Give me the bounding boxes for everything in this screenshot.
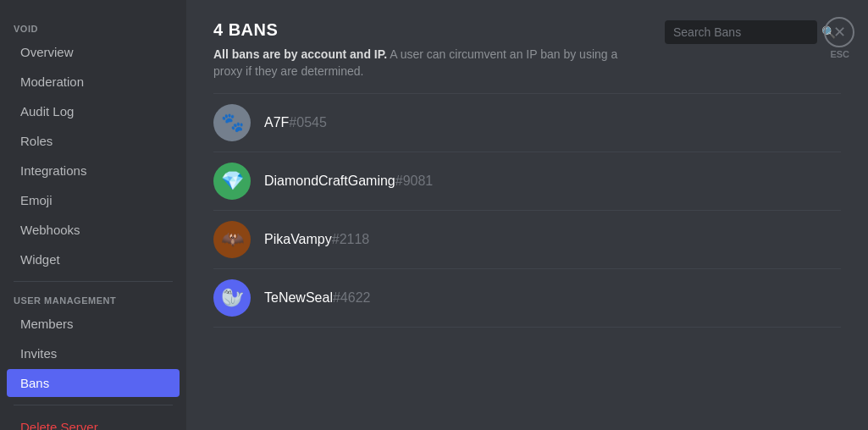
sidebar-item-overview[interactable]: Overview bbox=[7, 38, 180, 66]
description-bold: All bans are by account and IP. bbox=[213, 47, 387, 61]
sidebar-item-invites[interactable]: Invites bbox=[7, 339, 180, 367]
close-button[interactable]: ✕ bbox=[824, 17, 854, 47]
sidebar-item-audit-log[interactable]: Audit Log bbox=[7, 97, 180, 125]
username-a7f: A7F#0545 bbox=[264, 115, 327, 130]
discriminator-pika: #2118 bbox=[332, 232, 370, 246]
sidebar-divider bbox=[14, 281, 173, 282]
sidebar-item-emoji[interactable]: Emoji bbox=[7, 186, 180, 214]
search-input[interactable] bbox=[673, 25, 821, 39]
avatar-tenew: 🦭 bbox=[213, 279, 251, 317]
sidebar-item-webhooks[interactable]: Webhooks bbox=[7, 216, 180, 244]
username-pika: PikaVampy#2118 bbox=[264, 232, 369, 247]
ban-item-tenew: 🦭 TeNewSeal#4622 bbox=[213, 269, 841, 328]
search-bar[interactable]: 🔍 bbox=[665, 20, 817, 44]
discriminator-diamond: #9081 bbox=[395, 174, 434, 188]
sidebar: VOID Overview Moderation Audit Log Roles… bbox=[0, 0, 186, 430]
sidebar-item-moderation[interactable]: Moderation bbox=[7, 68, 180, 96]
avatar-diamond: 💎 bbox=[213, 163, 251, 200]
sidebar-item-widget[interactable]: Widget bbox=[7, 245, 180, 273]
avatar-a7f: 🐾 bbox=[213, 104, 251, 141]
sidebar-item-delete-server[interactable]: Delete Server bbox=[7, 413, 180, 430]
sidebar-item-roles[interactable]: Roles bbox=[7, 127, 180, 155]
ban-list: 🐾 A7F#0545 💎 DiamondCraftGaming#9081 🦇 P… bbox=[213, 94, 841, 328]
username-tenew: TeNewSeal#4622 bbox=[264, 290, 370, 306]
esc-label: ESC bbox=[830, 49, 849, 59]
ban-item-diamond: 💎 DiamondCraftGaming#9081 bbox=[213, 152, 841, 211]
username-diamond: DiamondCraftGaming#9081 bbox=[264, 174, 433, 189]
main-content: 4 BANS All bans are by account and IP. A… bbox=[186, 0, 868, 430]
sidebar-item-bans[interactable]: Bans bbox=[7, 369, 180, 397]
user-management-section-label: USER MANAGEMENT bbox=[0, 289, 186, 309]
discriminator-tenew: #4622 bbox=[333, 290, 371, 305]
server-section-label: VOID bbox=[0, 17, 186, 37]
ban-item-pika: 🦇 PikaVampy#2118 bbox=[213, 211, 841, 269]
sidebar-item-members[interactable]: Members bbox=[7, 310, 180, 338]
description: All bans are by account and IP. A user c… bbox=[213, 47, 620, 80]
sidebar-divider-2 bbox=[14, 405, 173, 405]
ban-item-a7f: 🐾 A7F#0545 bbox=[213, 94, 841, 152]
sidebar-item-integrations[interactable]: Integrations bbox=[7, 157, 180, 185]
discriminator-a7f: #0545 bbox=[289, 115, 327, 130]
avatar-pika: 🦇 bbox=[213, 221, 251, 258]
